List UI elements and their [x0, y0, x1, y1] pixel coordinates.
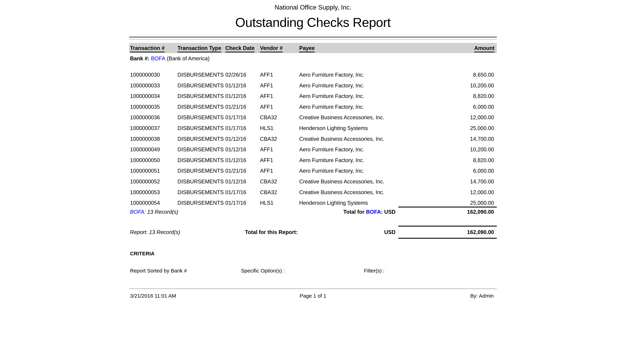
- report-total-rule-bottom: [398, 238, 497, 239]
- table-row: 1000000034DISBURSEMENTS01/12/16AFF1Aero …: [129, 92, 497, 103]
- cell-check-date: 01/12/16: [225, 147, 246, 153]
- cell-payee: Henderson Lighting Systems: [299, 125, 368, 131]
- report-total-label: Total for this Report:: [245, 229, 298, 235]
- cell-transaction-type: DISBURSEMENTS: [178, 157, 224, 163]
- cell-vendor-number: HLS1: [260, 125, 274, 131]
- cell-transaction-number: 1000000038: [130, 136, 160, 142]
- criteria-filters: Filter(s) :: [364, 268, 385, 274]
- column-header-vendor-number: Vendor #: [260, 45, 283, 52]
- column-header-amount: Amount: [474, 45, 494, 52]
- cell-transaction-type: DISBURSEMENTS: [178, 93, 224, 99]
- table-row: 1000000036DISBURSEMENTS01/17/16CBA32Crea…: [129, 114, 497, 125]
- cell-transaction-number: 1000000053: [130, 189, 160, 196]
- cell-vendor-number: AFF1: [260, 104, 273, 110]
- cell-transaction-number: 1000000033: [130, 82, 160, 89]
- cell-transaction-number: 1000000051: [130, 168, 160, 174]
- bank-code-link[interactable]: BOFA: [151, 55, 165, 61]
- table-row: 1000000035DISBURSEMENTS01/21/16AFF1Aero …: [129, 103, 497, 114]
- cell-transaction-number: 1000000035: [130, 104, 160, 110]
- cell-amount: 25,000.00: [470, 200, 494, 206]
- cell-vendor-number: AFF1: [260, 168, 273, 174]
- bank-total-label: Total forBOFA: USD: [343, 209, 395, 215]
- title-rule-dark: [129, 37, 497, 38]
- cell-payee: Aero Furniture Factory, Inc.: [299, 72, 364, 78]
- criteria-specific-options: Specific Option(s) :: [241, 268, 285, 274]
- table-row: 1000000033DISBURSEMENTS01/12/16AFF1Aero …: [129, 82, 497, 93]
- cell-vendor-number: AFF1: [260, 82, 273, 89]
- cell-check-date: 01/21/16: [225, 104, 246, 110]
- report-record-count: Report: 13 Record(s): [130, 229, 180, 235]
- cell-amount: 14,700.00: [470, 179, 494, 185]
- column-header-transaction-type: Transaction Type: [178, 45, 221, 52]
- table-row: 1000000037DISBURSEMENTS01/17/16HLS1Hende…: [129, 125, 497, 135]
- bank-record-count: BOFA: 13 Record(s): [130, 209, 178, 215]
- cell-transaction-type: DISBURSEMENTS: [178, 136, 224, 142]
- bank-total-rule: [398, 207, 497, 208]
- cell-transaction-type: DISBURSEMENTS: [178, 72, 224, 78]
- cell-check-date: 01/17/16: [225, 200, 246, 206]
- cell-transaction-number: 1000000030: [130, 72, 160, 78]
- cell-check-date: 01/12/16: [225, 93, 246, 99]
- table-row: 1000000053DISBURSEMENTS01/17/16CBA32Crea…: [129, 189, 497, 199]
- cell-amount: 8,820.00: [473, 93, 494, 99]
- bank-code-link[interactable]: BOFA: [130, 209, 144, 215]
- cell-check-date: 01/17/16: [225, 114, 246, 121]
- cell-vendor-number: AFF1: [260, 147, 273, 153]
- cell-transaction-number: 1000000052: [130, 179, 160, 185]
- cell-transaction-number: 1000000054: [130, 200, 160, 206]
- footer-rule: [129, 288, 497, 289]
- bank-name: (Bank of America): [167, 55, 209, 61]
- cell-amount: 12,000.00: [470, 189, 494, 196]
- table-row: 1000000038DISBURSEMENTS01/12/16CBA32Crea…: [129, 135, 497, 146]
- cell-check-date: 01/12/16: [225, 179, 246, 185]
- bank-label: Bank #:: [130, 55, 149, 61]
- footer-page-number: Page 1 of 1: [129, 293, 497, 299]
- cell-check-date: 02/26/16: [225, 72, 246, 78]
- cell-check-date: 01/17/16: [225, 125, 246, 131]
- table-row: 1000000052DISBURSEMENTS01/12/16CBA32Crea…: [129, 178, 497, 189]
- cell-vendor-number: AFF1: [260, 72, 273, 78]
- report-total-amount: 162,090.00: [467, 229, 494, 235]
- cell-amount: 6,000.00: [473, 168, 494, 174]
- cell-payee: Creative Business Accessories, Inc.: [299, 114, 384, 121]
- cell-vendor-number: CBA32: [260, 136, 277, 142]
- cell-payee: Aero Furniture Factory, Inc.: [299, 147, 364, 153]
- bank-code-link[interactable]: BOFA: [366, 209, 381, 215]
- cell-payee: Aero Furniture Factory, Inc.: [299, 168, 364, 174]
- cell-payee: Aero Furniture Factory, Inc.: [299, 157, 364, 163]
- cell-vendor-number: AFF1: [260, 157, 273, 163]
- cell-transaction-type: DISBURSEMENTS: [178, 179, 224, 185]
- cell-transaction-type: DISBURSEMENTS: [178, 82, 224, 89]
- footer-printed-by: By: Admin: [470, 293, 494, 299]
- table-row: 1000000051DISBURSEMENTS01/21/16AFF1Aero …: [129, 167, 497, 178]
- cell-amount: 10,200.00: [470, 147, 494, 153]
- bank-total-amount: 162,090.00: [467, 209, 494, 215]
- criteria-sort-order: Report Sorted by Bank #: [130, 268, 187, 274]
- cell-payee: Aero Furniture Factory, Inc.: [299, 104, 364, 110]
- column-header-check-date: Check Date: [225, 45, 255, 52]
- cell-amount: 8,650.00: [473, 72, 494, 78]
- cell-transaction-number: 1000000036: [130, 114, 160, 121]
- table-row: 1000000049DISBURSEMENTS01/12/16AFF1Aero …: [129, 146, 497, 156]
- cell-transaction-type: DISBURSEMENTS: [178, 104, 224, 110]
- cell-transaction-type: DISBURSEMENTS: [178, 168, 224, 174]
- table-row: 1000000030DISBURSEMENTS02/26/16AFF1Aero …: [129, 71, 497, 82]
- report-total-currency: USD: [384, 229, 395, 235]
- cell-payee: Henderson Lighting Systems: [299, 200, 368, 206]
- cell-payee: Aero Furniture Factory, Inc.: [299, 82, 364, 89]
- cell-transaction-number: 1000000037: [130, 125, 160, 131]
- report-total-rule-top: [398, 226, 497, 227]
- cell-transaction-type: DISBURSEMENTS: [178, 114, 224, 121]
- table-row: 1000000050DISBURSEMENTS01/12/16AFF1Aero …: [129, 156, 497, 167]
- cell-amount: 10,200.00: [470, 82, 494, 89]
- table-header-row: Transaction # Transaction Type Check Dat…: [129, 43, 497, 53]
- cell-transaction-type: DISBURSEMENTS: [178, 147, 224, 153]
- cell-transaction-number: 1000000049: [130, 147, 160, 153]
- cell-payee: Creative Business Accessories, Inc.: [299, 136, 384, 142]
- cell-payee: Aero Furniture Factory, Inc.: [299, 93, 364, 99]
- bank-group-header: Bank #:BOFA(Bank of America): [130, 55, 209, 62]
- cell-amount: 14,700.00: [470, 136, 494, 142]
- cell-check-date: 01/12/16: [225, 82, 246, 89]
- column-header-transaction-number: Transaction #: [130, 45, 165, 52]
- cell-amount: 6,000.00: [473, 104, 494, 110]
